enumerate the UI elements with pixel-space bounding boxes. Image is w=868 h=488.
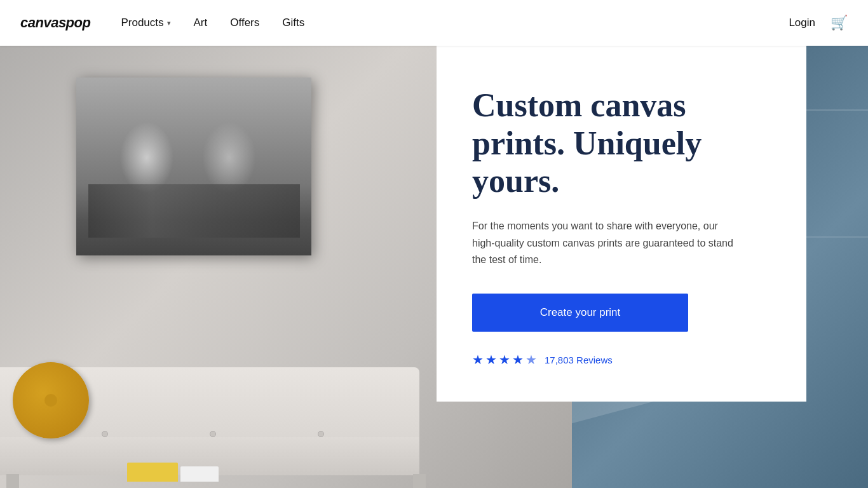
main-nav: Products ▾ Art Offers Gifts xyxy=(121,17,789,29)
hero-title: Custom canvas prints. Uniquely yours. xyxy=(472,86,771,200)
nav-item-gifts[interactable]: Gifts xyxy=(282,17,304,29)
star-4: ★ xyxy=(512,352,524,367)
canvas-artwork xyxy=(76,78,311,255)
sofa-detail xyxy=(318,431,324,437)
svg-point-17 xyxy=(232,135,238,142)
nav-item-art[interactable]: Art xyxy=(194,17,208,29)
svg-point-7 xyxy=(149,136,156,144)
svg-line-19 xyxy=(108,195,140,205)
nav-label-gifts: Gifts xyxy=(282,17,304,29)
svg-rect-3 xyxy=(76,195,311,198)
svg-point-5 xyxy=(139,119,179,163)
create-print-button[interactable]: Create your print xyxy=(472,294,688,332)
svg-rect-0 xyxy=(76,78,311,255)
star-2: ★ xyxy=(485,352,497,367)
sofa-leg xyxy=(6,474,19,488)
reviews-row: ★ ★ ★ ★ ★ 17,803 Reviews xyxy=(472,352,771,367)
nav-label-products: Products xyxy=(121,17,163,29)
svg-point-4 xyxy=(130,141,187,217)
svg-line-20 xyxy=(127,201,165,211)
nav-label-art: Art xyxy=(194,17,208,29)
hero-description: For the moments you want to share with e… xyxy=(472,218,739,268)
nav-item-products[interactable]: Products ▾ xyxy=(121,17,170,29)
svg-point-13 xyxy=(203,141,254,211)
svg-point-8 xyxy=(162,136,168,144)
hero-section: Custom canvas prints. Uniquely yours. Fo… xyxy=(0,0,868,488)
svg-rect-11 xyxy=(133,173,184,175)
svg-point-16 xyxy=(219,135,226,142)
coffee-table-books xyxy=(127,463,219,482)
book xyxy=(180,466,219,482)
svg-rect-1 xyxy=(76,78,311,255)
sofa-detail xyxy=(210,431,216,437)
svg-point-9 xyxy=(147,145,170,160)
star-rating: ★ ★ ★ ★ ★ xyxy=(472,352,537,367)
svg-rect-10 xyxy=(133,166,184,169)
decorative-pillow xyxy=(13,362,89,438)
kids-photo xyxy=(76,78,311,255)
star-3: ★ xyxy=(499,352,510,367)
reviews-link[interactable]: 17,803 Reviews xyxy=(545,355,613,365)
svg-point-15 xyxy=(210,115,248,138)
svg-rect-2 xyxy=(76,192,311,255)
svg-point-18 xyxy=(219,143,239,157)
wall-canvas xyxy=(76,78,311,255)
star-half: ★ xyxy=(526,352,537,367)
nav-label-offers: Offers xyxy=(230,17,259,29)
login-button[interactable]: Login xyxy=(789,17,815,29)
svg-line-21 xyxy=(267,201,305,211)
svg-point-14 xyxy=(210,119,248,161)
cart-icon[interactable]: 🛒 xyxy=(831,15,848,31)
nav-item-offers[interactable]: Offers xyxy=(230,17,259,29)
logo[interactable]: canvaspop xyxy=(20,15,90,31)
chevron-down-icon: ▾ xyxy=(167,19,171,27)
header: canvaspop Products ▾ Art Offers Gifts Lo… xyxy=(0,0,868,46)
book xyxy=(127,463,178,482)
svg-rect-12 xyxy=(133,179,184,182)
hero-card: Custom canvas prints. Uniquely yours. Fo… xyxy=(437,46,806,402)
header-right: Login 🛒 xyxy=(789,15,848,31)
svg-point-6 xyxy=(139,114,179,140)
sofa-detail xyxy=(102,431,108,437)
sofa-leg xyxy=(413,474,426,488)
star-1: ★ xyxy=(472,352,484,367)
